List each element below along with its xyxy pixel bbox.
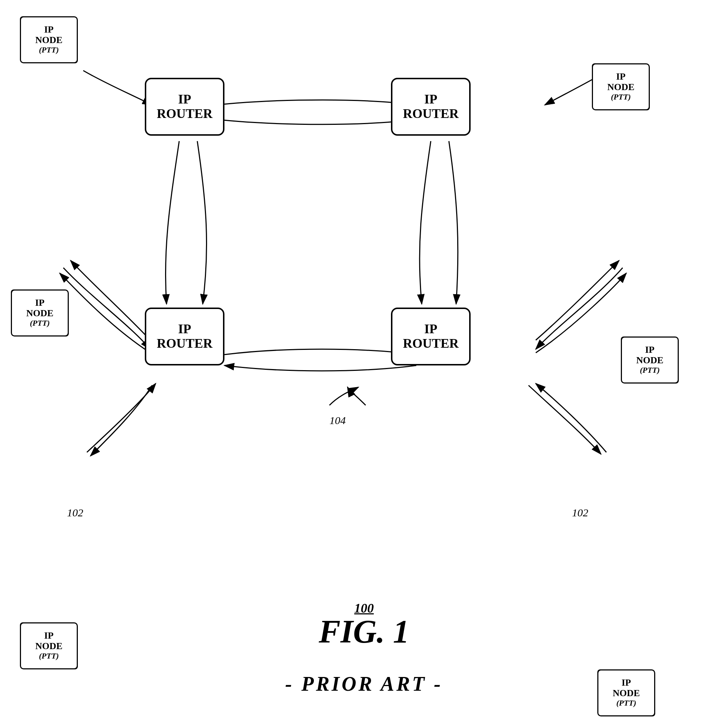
router-bot-right-router-label: ROUTER: [403, 336, 459, 351]
node-bl-ip: IP: [44, 631, 54, 641]
router-top-right-router-label: ROUTER: [403, 107, 459, 121]
node-bot-left: IP NODE (PTT): [20, 622, 78, 669]
router-bot-left-router-label: ROUTER: [157, 336, 213, 351]
node-bot-right: IP NODE (PTT): [597, 669, 655, 716]
router-top-left-ip-label: IP: [178, 92, 191, 107]
node-top-left: IP NODE (PTT): [20, 16, 78, 63]
figure-title-container: FIG. 1: [292, 613, 437, 650]
node-ml-ip: IP: [35, 298, 44, 308]
diagram: IP ROUTER IP ROUTER IP ROUTER IP ROUTER …: [0, 0, 728, 728]
prior-art-label: - PRIOR ART -: [285, 672, 443, 696]
router-top-left: IP ROUTER: [145, 78, 224, 136]
node-tl-ip: IP: [44, 24, 54, 35]
node-tr-ptt: (PTT): [611, 92, 631, 102]
node-mr-ip: IP: [645, 345, 654, 355]
router-bottom-right: IP ROUTER: [391, 307, 471, 366]
router-bottom-left: IP ROUTER: [145, 307, 224, 366]
node-tl-ptt: (PTT): [39, 45, 59, 55]
node-bl-ptt: (PTT): [39, 651, 59, 661]
prior-art-label-container: - PRIOR ART -: [285, 672, 443, 696]
node-br-node: NODE: [613, 688, 640, 699]
router-top-right: IP ROUTER: [391, 78, 471, 136]
router-bot-left-ip-label: IP: [178, 322, 191, 336]
node-mid-right: IP NODE (PTT): [621, 336, 679, 384]
node-top-right: IP NODE (PTT): [592, 63, 650, 110]
node-tl-node: NODE: [35, 35, 62, 46]
node-bl-node: NODE: [35, 641, 62, 652]
node-br-ptt: (PTT): [616, 698, 636, 708]
ref-102-right: 102: [572, 506, 588, 519]
node-tr-ip: IP: [616, 72, 625, 82]
node-mr-node: NODE: [636, 355, 663, 366]
node-br-ip: IP: [622, 678, 631, 688]
node-ml-ptt: (PTT): [30, 318, 50, 328]
node-mr-ptt: (PTT): [640, 366, 660, 375]
router-bot-right-ip-label: IP: [424, 322, 437, 336]
ref-104: 104: [330, 414, 346, 427]
router-top-right-ip-label: IP: [424, 92, 437, 107]
node-mid-left: IP NODE (PTT): [11, 289, 69, 336]
node-ml-node: NODE: [26, 308, 53, 319]
node-tr-node: NODE: [607, 82, 634, 93]
ref-102-left: 102: [67, 506, 83, 519]
router-top-left-router-label: ROUTER: [157, 107, 213, 121]
figure-title: FIG. 1: [292, 613, 437, 650]
